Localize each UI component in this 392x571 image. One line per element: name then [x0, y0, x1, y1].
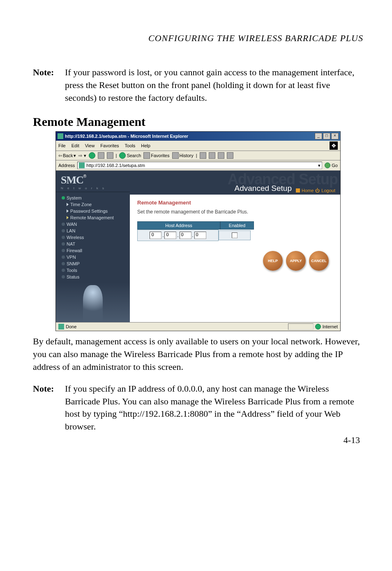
status-page-icon	[58, 324, 64, 330]
toolbar: ⇦ Back ▾ ⇨ ▾ | Search Favorites History …	[56, 151, 340, 160]
statusbar: Done Internet	[56, 322, 340, 331]
go-icon	[325, 162, 330, 168]
browser-window: http://192.168.2.1/setupa.stm - Microsof…	[55, 131, 341, 331]
note-label: Note:	[33, 66, 65, 104]
adv-header: Advanced Setup Advanced Setup Home ⏻ Log…	[130, 171, 340, 195]
go-button[interactable]: Go	[325, 162, 338, 168]
col-enabled: Enabled	[220, 221, 254, 230]
nav-nat[interactable]: NAT	[56, 241, 130, 247]
nav-wireless[interactable]: Wireless	[56, 234, 130, 241]
note-block-1: Note: If your password is lost, or you c…	[33, 66, 363, 104]
close-button[interactable]: ×	[331, 133, 339, 139]
chapter-title: CONFIGURING THE WIRELESS BARRICADE PLUS	[33, 33, 363, 44]
nav-system[interactable]: System	[56, 195, 130, 201]
nav-password-settings[interactable]: Password Settings	[56, 208, 130, 214]
page-number: 4-13	[344, 435, 360, 446]
note-block-2: Note: If you specify an IP address of 0.…	[33, 383, 363, 433]
titlebar: http://192.168.2.1/setupa.stm - Microsof…	[56, 132, 340, 141]
nav-snmp[interactable]: SNMP	[56, 260, 130, 267]
menubar: File Edit View Favorites Tools Help ❖	[56, 141, 340, 151]
sidebar-image	[56, 283, 130, 322]
forward-button[interactable]: ⇨ ▾	[78, 153, 86, 158]
ip-octet-4[interactable]: 0	[194, 232, 206, 239]
history-button[interactable]: History	[172, 152, 194, 159]
nav-wan[interactable]: WAN	[56, 221, 130, 227]
note-text-1: If your password is lost, or you cannot …	[65, 66, 363, 104]
adv-ghost-text: Advanced Setup	[228, 171, 338, 188]
nav-status[interactable]: Status	[56, 274, 130, 280]
nav-vpn[interactable]: VPN	[56, 254, 130, 260]
minimize-button[interactable]: _	[315, 133, 322, 139]
logout-link[interactable]: Logout	[321, 188, 335, 193]
menu-file[interactable]: File	[58, 143, 66, 148]
nav-remote-management[interactable]: Remote Management	[56, 214, 130, 221]
nav-time-zone[interactable]: Time Zone	[56, 201, 130, 208]
main-content: Advanced Setup Advanced Setup Home ⏻ Log…	[130, 171, 340, 322]
sidebar: SMC® N e t w o r k s System Time Zone Pa…	[56, 171, 130, 322]
panel-desc: Set the remote management of the Barrica…	[137, 209, 333, 215]
menu-tools[interactable]: Tools	[125, 143, 136, 148]
address-label: Address	[58, 163, 75, 168]
menu-help[interactable]: Help	[141, 143, 150, 148]
ip-octet-3[interactable]: 0	[180, 232, 191, 239]
note-label-2: Note:	[33, 383, 65, 433]
status-zone: Internet	[323, 324, 338, 329]
section-heading: Remote Management	[33, 115, 363, 129]
zone-icon	[315, 324, 321, 330]
stop-icon[interactable]	[89, 152, 95, 159]
refresh-icon[interactable]	[98, 152, 104, 159]
ip-octet-1[interactable]: 0	[150, 232, 161, 239]
menu-favorites[interactable]: Favorites	[100, 143, 119, 148]
address-input[interactable]: http://192.168.2.1/setupa.stm ▾	[77, 162, 322, 169]
address-value: http://192.168.2.1/setupa.stm	[86, 163, 145, 168]
nav-firewall[interactable]: Firewall	[56, 247, 130, 254]
discuss-icon[interactable]	[227, 152, 233, 159]
print-icon[interactable]	[209, 152, 215, 159]
window-title: http://192.168.2.1/setupa.stm - Microsof…	[65, 134, 188, 139]
home-link[interactable]: Home	[302, 188, 314, 193]
col-host-address: Host Address	[137, 221, 220, 230]
apply-button[interactable]: APPLY	[286, 251, 306, 271]
nav-tools[interactable]: Tools	[56, 267, 130, 274]
smc-logo: SMC® N e t w o r k s	[56, 171, 130, 192]
nav-lan[interactable]: LAN	[56, 227, 130, 234]
home-link-icon	[296, 188, 300, 193]
mail-icon[interactable]	[200, 152, 206, 159]
search-button[interactable]: Search	[119, 152, 141, 159]
note-text-2: If you specify an IP address of 0.0.0.0,…	[65, 383, 363, 433]
menu-view[interactable]: View	[85, 143, 95, 148]
ie-throbber-icon: ❖	[330, 142, 338, 150]
edit-icon[interactable]	[218, 152, 224, 159]
addressbar: Address http://192.168.2.1/setupa.stm ▾ …	[56, 160, 340, 171]
enabled-checkbox[interactable]	[232, 232, 238, 238]
status-done: Done	[66, 324, 76, 329]
back-button[interactable]: ⇦ Back ▾	[58, 153, 76, 158]
ip-octet-2[interactable]: 0	[164, 232, 176, 239]
maximize-button[interactable]: □	[323, 133, 330, 139]
home-icon[interactable]	[107, 152, 113, 159]
body-paragraph: By default, management access is only av…	[33, 335, 363, 373]
cancel-button[interactable]: CANCEL	[309, 251, 329, 271]
help-button[interactable]: HELP	[263, 251, 283, 271]
favorites-button[interactable]: Favorites	[143, 152, 169, 159]
menu-edit[interactable]: Edit	[71, 143, 79, 148]
panel-title: Remote Management	[137, 200, 333, 206]
ie-icon	[58, 133, 63, 139]
